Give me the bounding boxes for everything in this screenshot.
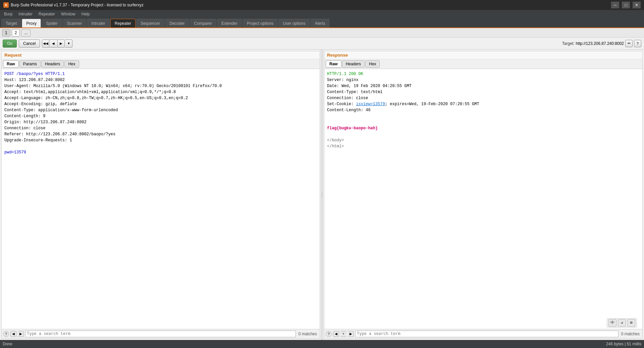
resp-icon-grid[interactable]: ⊞ — [627, 319, 635, 327]
nav-arrows: ◀◀ ◀ ▶ ▼ — [42, 40, 72, 48]
menu-intruder[interactable]: Intruder — [16, 10, 35, 18]
next-button[interactable]: ▶ — [57, 40, 65, 48]
title-bar: B Burp Suite Professional v1.7.37 - Temp… — [0, 0, 644, 10]
status-left: Done — [3, 342, 12, 346]
request-tabs: Raw Params Headers Hex — [2, 59, 320, 69]
resp-line-9 — [327, 119, 640, 125]
response-icon-bar: 中 ↺ ⊞ — [607, 318, 637, 328]
panel-divider — [321, 50, 323, 340]
window-title: Burp Suite Professional v1.7.37 - Tempor… — [11, 3, 144, 7]
prev-prev-button[interactable]: ◀◀ — [42, 40, 49, 48]
response-search-matches: 0 matches — [620, 332, 641, 336]
target-label: Target: — [562, 41, 575, 46]
target-info: Target: http://123.206.87.240:8002 ✏ ? — [562, 40, 641, 47]
toolbar: Go Cancel ◀◀ ◀ ▶ ▼ Target: http://123.20… — [0, 38, 644, 50]
resp-line-13: </html> — [327, 143, 640, 149]
close-button[interactable]: ✕ — [633, 2, 641, 8]
tab-decoder[interactable]: Decoder — [165, 19, 189, 27]
request-panel: Request Raw Params Headers Hex POST /bao… — [1, 51, 320, 339]
resp-line-6: Set-Cookie: isview=13579; expires=Wed, 1… — [327, 101, 640, 107]
tab-proxy[interactable]: Proxy — [22, 19, 41, 27]
status-right: 246 bytes | 61 millis — [606, 342, 641, 346]
req-line-7: Content-Type: application/x-www-form-url… — [4, 107, 317, 113]
nav-tab-bar: Target Proxy Spider Scanner Intruder Rep… — [0, 18, 644, 28]
tab-intruder[interactable]: Intruder — [87, 19, 109, 27]
tab-alerts[interactable]: Alerts — [311, 19, 330, 27]
req-line-8: Content-Length: 9 — [4, 113, 317, 119]
maximize-button[interactable]: □ — [622, 2, 630, 8]
menu-repeater[interactable]: Repeater — [36, 10, 58, 18]
menu-help[interactable]: Help — [79, 10, 93, 18]
tab-repeater[interactable]: Repeater — [110, 19, 136, 27]
req-line-3: User-Agent: Mozilla/5.0 (Windows NT 10.0… — [4, 83, 317, 89]
req-line-10: Connection: close — [4, 125, 317, 131]
request-search-next[interactable]: ▶ — [18, 331, 24, 337]
req-line-11: Referer: http://123.206.87.240:8002/baop… — [4, 131, 317, 137]
resp-line-8 — [327, 113, 640, 119]
resp-line-1: HTTP/1.1 200 OK — [327, 71, 640, 77]
req-line-12: Upgrade-Insecure-Requests: 1 — [4, 137, 317, 143]
target-edit-button[interactable]: ✏ — [625, 40, 633, 47]
prev-button[interactable]: ◀ — [50, 40, 57, 48]
response-tab-raw[interactable]: Raw — [326, 60, 341, 68]
repeater-tab-1[interactable]: 1 — [2, 29, 10, 37]
tab-scanner[interactable]: Scanner — [63, 19, 87, 27]
tab-comparer[interactable]: Comparer — [190, 19, 216, 27]
minimize-button[interactable]: ─ — [611, 2, 619, 8]
response-search-next[interactable]: ▶ — [348, 331, 354, 337]
response-body: HTTP/1.1 200 OK Server: nginx Date: Wed,… — [324, 69, 642, 329]
menu-bar: Burp Intruder Repeater Window Help — [0, 10, 644, 18]
request-tab-raw[interactable]: Raw — [3, 60, 19, 68]
target-url: http://123.206.87.240:8002 — [576, 41, 624, 46]
resp-line-5: Connection: close — [327, 95, 640, 101]
main-content: Request Raw Params Headers Hex POST /bao… — [0, 50, 644, 340]
title-left: B Burp Suite Professional v1.7.37 - Temp… — [3, 2, 144, 8]
resp-icon-chinese[interactable]: 中 — [608, 319, 616, 327]
title-controls: ─ □ ✕ — [611, 2, 641, 8]
response-search-add[interactable]: + — [340, 331, 346, 337]
target-help-button[interactable]: ? — [634, 40, 641, 47]
repeater-tab-bar: 1 2 ... — [0, 28, 644, 38]
request-tab-headers[interactable]: Headers — [41, 60, 64, 68]
req-line-5: Accept-Language: zh-CN,zh;q=0.8,zh-TW;q=… — [4, 95, 317, 101]
response-tabs: Raw Headers Hex — [324, 59, 642, 69]
nav-dropdown-button[interactable]: ▼ — [65, 40, 72, 48]
req-line-2: Host: 123.206.87.240:8002 — [4, 77, 317, 83]
app-icon: B — [3, 2, 9, 8]
menu-burp[interactable]: Burp — [1, 10, 15, 18]
request-search-prev[interactable]: ◀ — [10, 331, 16, 337]
svg-text:B: B — [5, 3, 7, 7]
response-search-bar: ? ◀ + ▶ 0 matches — [324, 329, 642, 338]
request-search-matches: 0 matches — [297, 332, 318, 336]
request-search-help[interactable]: ? — [3, 331, 9, 337]
request-tab-params[interactable]: Params — [19, 60, 41, 68]
go-button[interactable]: Go — [3, 40, 17, 48]
resp-line-10: flag{bugku-baopo-hah} — [327, 125, 640, 131]
resp-icon-refresh[interactable]: ↺ — [618, 319, 626, 327]
resp-line-2: Server: nginx — [327, 77, 640, 83]
tab-user-options[interactable]: User options — [278, 19, 310, 27]
tab-target[interactable]: Target — [1, 19, 21, 27]
menu-window[interactable]: Window — [58, 10, 78, 18]
response-search-prev[interactable]: ◀ — [333, 331, 339, 337]
response-search-help[interactable]: ? — [326, 331, 332, 337]
response-tab-hex[interactable]: Hex — [365, 60, 380, 68]
request-body: POST /baopo/?yes HTTP/1.1 Host: 123.206.… — [2, 69, 320, 329]
response-header: Response — [324, 51, 642, 59]
req-line-6: Accept-Encoding: gzip, deflate — [4, 101, 317, 107]
repeater-tab-2[interactable]: 2 — [12, 29, 20, 37]
tab-sequencer[interactable]: Sequencer — [136, 19, 164, 27]
response-search-input[interactable] — [355, 331, 619, 337]
tab-spider[interactable]: Spider — [42, 19, 62, 27]
status-bar: Done 246 bytes | 61 millis — [0, 340, 644, 348]
cancel-button[interactable]: Cancel — [19, 40, 40, 48]
request-tab-hex[interactable]: Hex — [64, 60, 79, 68]
tab-project-options[interactable]: Project options — [243, 19, 278, 27]
tab-extender[interactable]: Extender — [217, 19, 242, 27]
request-search-input[interactable] — [25, 331, 296, 337]
request-header: Request — [2, 51, 320, 59]
resp-line-12: </body> — [327, 137, 640, 143]
resp-line-11 — [327, 131, 640, 137]
response-tab-headers[interactable]: Headers — [342, 60, 365, 68]
repeater-tab-add[interactable]: ... — [21, 29, 31, 37]
